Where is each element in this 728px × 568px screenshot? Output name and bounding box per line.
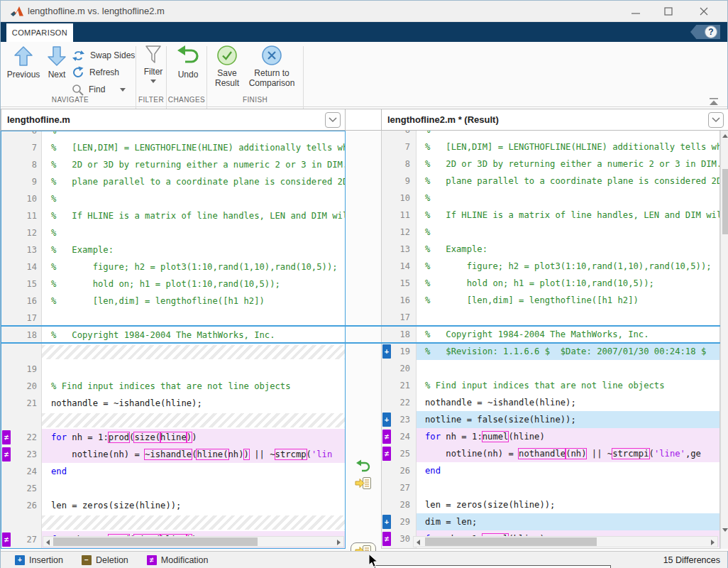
return-to-comparison-button[interactable]: Return to Comparison bbox=[243, 45, 300, 88]
code-line[interactable]: 19+% $Revision: 1.1.6.6 $ $Date: 2007/01… bbox=[382, 343, 719, 360]
code-line[interactable]: 15% hold on; h1 = plot(1:10,rand(10,5)); bbox=[382, 275, 719, 292]
swap-sides-button[interactable]: Swap Sides bbox=[72, 48, 135, 63]
code-text: % bbox=[425, 190, 430, 207]
missing-lines-hatch bbox=[1, 514, 345, 531]
save-result-button[interactable]: Save Result bbox=[211, 45, 243, 88]
previous-button[interactable]: Previous bbox=[5, 45, 42, 80]
scroll-right-icon[interactable] bbox=[711, 540, 715, 545]
code-line[interactable]: 18% Copyright 1984-2004 The MathWorks, I… bbox=[382, 326, 719, 343]
modification-marker: ≠ bbox=[2, 532, 11, 547]
left-pane-menu-button[interactable] bbox=[325, 112, 341, 128]
filter-button[interactable]: Filter bbox=[140, 45, 167, 83]
code-line[interactable]: 20% Find input indices that are not line… bbox=[1, 378, 345, 395]
scroll-down-icon[interactable] bbox=[722, 528, 728, 532]
line-number: 12 bbox=[382, 224, 410, 241]
right-code-pane[interactable]: 6%7% [LEN,DIM] = LENGTHOFLINE(HLINE) add… bbox=[381, 131, 720, 549]
code-line[interactable]: 19 bbox=[1, 361, 345, 378]
code-line[interactable]: 24≠for nh = 1:numel(hline) bbox=[382, 428, 719, 445]
right-pane-menu-button[interactable] bbox=[708, 112, 724, 128]
code-line[interactable]: 8% 2D or 3D by returning either a numeri… bbox=[1, 156, 345, 173]
code-line[interactable]: 15% hold on; h1 = plot(1:10,rand(10,5)); bbox=[1, 275, 345, 293]
right-horizontal-scrollbar[interactable] bbox=[413, 536, 718, 547]
code-line[interactable]: 22≠for nh = 1:prod(size(hline)) bbox=[1, 429, 345, 446]
code-line[interactable]: 17 bbox=[382, 309, 719, 326]
close-icon[interactable] bbox=[692, 4, 716, 19]
code-line[interactable]: 24end bbox=[1, 463, 345, 480]
scroll-up-icon[interactable] bbox=[722, 134, 728, 138]
arrow-down-icon bbox=[46, 45, 67, 67]
code-text: end bbox=[51, 463, 67, 480]
legend-label: Deletion bbox=[96, 555, 128, 565]
left-code-pane[interactable]: 6%7% [LEN,DIM] = LENGTHOFLINE(HLINE) add… bbox=[1, 131, 346, 549]
scrollbar-thumb[interactable] bbox=[425, 537, 597, 546]
section-filter: FILTER bbox=[136, 96, 166, 104]
code-text: % figure; h2 = plot3(1:10,rand(1,10),ran… bbox=[425, 258, 712, 275]
legend-label: Insertion bbox=[29, 555, 63, 565]
code-line[interactable]: 10% bbox=[1, 190, 345, 207]
line-number: 8 bbox=[382, 155, 410, 173]
code-line[interactable]: 28len = zeros(size(hline)); bbox=[382, 496, 719, 513]
code-line[interactable]: 23+notline = false(size(hline)); bbox=[382, 411, 719, 428]
code-line[interactable]: 16% [len,dim] = lengthofline([h1 h2]) bbox=[382, 292, 719, 309]
refresh-button[interactable]: Refresh bbox=[72, 65, 119, 80]
code-line[interactable]: 21% Find input indices that are not line… bbox=[382, 377, 719, 394]
code-line[interactable]: 20 bbox=[382, 360, 719, 377]
code-line[interactable]: 25≠ notline(nh) = nothandle(nh) || ~strc… bbox=[382, 445, 719, 462]
next-button[interactable]: Next bbox=[42, 45, 72, 80]
code-text: for nh = 1:numel(hline) bbox=[425, 428, 545, 445]
code-line[interactable]: 21nothandle = ~ishandle(hline); bbox=[1, 395, 345, 412]
code-line[interactable]: 23≠ notline(nh) = ~ishandle(hline(nh)) |… bbox=[1, 446, 345, 463]
code-line[interactable]: 11% If HLINE is a matrix of line handles… bbox=[1, 207, 345, 224]
line-number: 20 bbox=[382, 360, 410, 377]
arrow-up-icon bbox=[13, 45, 34, 67]
ribbon-tab-bar: COMPARISON ? bbox=[1, 22, 727, 42]
code-line[interactable]: 11% If HLINE is a matrix of line handles… bbox=[382, 207, 719, 224]
maximize-button[interactable] bbox=[656, 4, 680, 19]
code-line[interactable]: 14% figure; h2 = plot3(1:10,rand(1,10),r… bbox=[382, 258, 719, 275]
chevron-down-icon bbox=[120, 88, 126, 92]
code-line[interactable]: 13% Example: bbox=[1, 241, 345, 258]
revert-merge-button[interactable] bbox=[353, 458, 374, 474]
vertical-scrollbar[interactable] bbox=[720, 131, 728, 549]
minimize-button[interactable] bbox=[624, 4, 648, 19]
code-line[interactable]: 13% Example: bbox=[382, 241, 719, 258]
code-line[interactable]: 6% bbox=[1, 131, 345, 139]
code-line[interactable]: 26end bbox=[382, 462, 719, 479]
undo-button[interactable]: Undo bbox=[171, 45, 205, 80]
code-line[interactable]: 14% figure; h2 = plot3(1:10,rand(1,10),r… bbox=[1, 258, 345, 275]
replace-right-with-left-button[interactable] bbox=[353, 475, 374, 491]
code-line[interactable]: 7% [LEN,DIM] = LENGTHOFLINE(HLINE) addit… bbox=[382, 138, 719, 155]
code-line[interactable]: 29+dim = len; bbox=[382, 513, 719, 530]
line-number: 13 bbox=[1, 241, 37, 258]
find-button[interactable]: Find bbox=[72, 82, 126, 97]
code-line[interactable]: 26len = zeros(size(hline)); bbox=[1, 497, 345, 514]
code-line-background bbox=[42, 224, 345, 241]
scroll-right-icon[interactable] bbox=[337, 540, 341, 545]
code-line[interactable]: 9% plane parallel to a coordinate plane … bbox=[382, 173, 719, 190]
code-text: % bbox=[51, 224, 56, 241]
code-line[interactable]: 16% [len,dim] = lengthofline([h1 h2]) bbox=[1, 293, 345, 310]
scrollbar-thumb[interactable] bbox=[722, 169, 728, 234]
line-number: 18 bbox=[1, 327, 37, 344]
code-line[interactable]: 6% bbox=[382, 131, 719, 138]
tab-comparison[interactable]: COMPARISON bbox=[6, 23, 73, 42]
code-line[interactable]: 17 bbox=[1, 310, 345, 327]
code-line[interactable]: 12% bbox=[1, 224, 345, 241]
scrollbar-thumb[interactable] bbox=[53, 537, 258, 546]
left-horizontal-scrollbar[interactable] bbox=[43, 536, 344, 547]
code-line[interactable]: 25 bbox=[1, 480, 345, 497]
line-number: 18 bbox=[382, 326, 410, 343]
code-line[interactable]: 27 bbox=[382, 479, 719, 496]
code-line[interactable]: 8% 2D or 3D by returning either a numeri… bbox=[382, 155, 719, 173]
code-text: % plane parallel to a coordinate plane i… bbox=[425, 173, 720, 190]
scroll-left-icon[interactable] bbox=[417, 540, 420, 545]
code-line[interactable]: 7% [LEN,DIM] = LENGTHOFLINE(HLINE) addit… bbox=[1, 139, 345, 156]
code-line[interactable]: 12% bbox=[382, 224, 719, 241]
scroll-left-icon[interactable] bbox=[46, 540, 50, 545]
collapse-ribbon-icon[interactable] bbox=[709, 96, 719, 109]
code-line[interactable]: 10% bbox=[382, 190, 719, 207]
code-line[interactable]: 18% Copyright 1984-2004 The MathWorks, I… bbox=[1, 327, 345, 344]
code-line[interactable]: 22nothandle = ~ishandle(hline); bbox=[382, 394, 719, 411]
code-line[interactable]: 9% plane parallel to a coordinate plane … bbox=[1, 173, 345, 190]
help-button[interactable]: ? bbox=[690, 25, 720, 39]
